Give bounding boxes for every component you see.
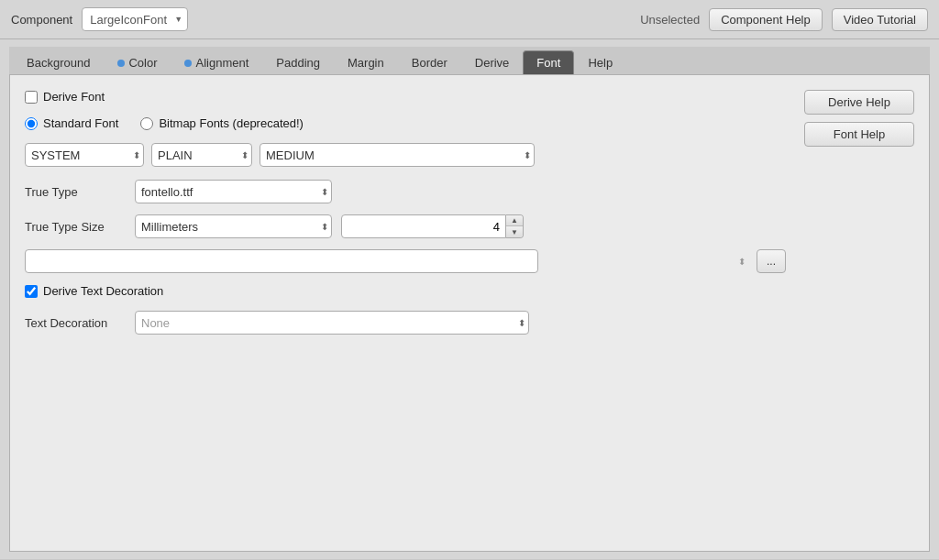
extra-select-row: ... [25, 249, 786, 273]
derive-help-button[interactable]: Derive Help [804, 90, 914, 115]
component-help-button[interactable]: Component Help [709, 8, 823, 31]
text-decoration-select[interactable]: None Underline Strikethrough [135, 311, 529, 335]
right-section: Derive Help Font Help [804, 90, 914, 346]
tab-background-label: Background [27, 56, 90, 70]
tab-padding-label: Padding [276, 56, 320, 70]
tab-color[interactable]: Color [104, 50, 171, 74]
true-type-unit-select[interactable]: Millimeters Pixels Points [135, 214, 332, 238]
component-select-wrapper[interactable]: LargeIconFont [82, 7, 188, 31]
tab-help-label: Help [588, 56, 613, 70]
tab-background[interactable]: Background [13, 50, 104, 74]
unselected-label: Unselected [640, 13, 700, 27]
tab-font-label: Font [536, 56, 560, 70]
tab-help[interactable]: Help [574, 50, 626, 74]
top-bar: Component LargeIconFont Unselected Compo… [0, 0, 939, 39]
true-type-size-row: True Type Size Millimeters Pixels Points… [25, 214, 786, 238]
empty-select-wrapper [25, 249, 749, 273]
tab-alignment-label: Alignment [195, 56, 249, 70]
tab-margin[interactable]: Margin [334, 50, 398, 74]
text-decoration-row: Text Decoration None Underline Strikethr… [25, 311, 786, 335]
derive-text-decoration-checkbox[interactable] [25, 285, 38, 298]
font-style-wrapper: PLAIN BOLD ITALIC [151, 143, 252, 167]
spin-down-button[interactable]: ▼ [506, 226, 523, 237]
spin-buttons: ▲ ▼ [506, 214, 524, 238]
dots-button[interactable]: ... [757, 249, 786, 273]
tab-derive[interactable]: Derive [461, 50, 524, 74]
tab-padding[interactable]: Padding [262, 50, 334, 74]
tab-derive-label: Derive [475, 56, 510, 70]
tab-alignment[interactable]: Alignment [171, 50, 262, 74]
font-family-wrapper: SYSTEM Arial Helvetica [25, 143, 144, 167]
true-type-size-label: True Type Size [25, 220, 126, 234]
derive-font-label: Derive Font [43, 90, 105, 104]
extra-select[interactable] [25, 249, 538, 273]
main-area: Background Color Alignment Padding Margi… [0, 39, 939, 559]
true-type-size-input[interactable] [341, 214, 506, 238]
font-size-wrapper: MEDIUM SMALL LARGE [260, 143, 535, 167]
true-type-select-wrapper: fontello.ttf Arial.ttf [135, 180, 332, 203]
tabs-bar: Background Color Alignment Padding Margi… [9, 47, 930, 75]
standard-font-label: Standard Font [43, 116, 118, 130]
font-style-select[interactable]: PLAIN BOLD ITALIC [151, 143, 252, 167]
font-family-select[interactable]: SYSTEM Arial Helvetica [25, 143, 144, 167]
alignment-dot [184, 60, 192, 67]
text-decoration-label: Text Decoration [25, 316, 126, 330]
tab-font[interactable]: Font [523, 50, 574, 74]
content-panel: Derive Font Standard Font Bitmap Fonts (… [9, 75, 930, 552]
component-select[interactable]: LargeIconFont [82, 7, 188, 31]
true-type-label: True Type [25, 185, 126, 199]
content-inner: Derive Font Standard Font Bitmap Fonts (… [25, 90, 914, 346]
font-type-row: Standard Font Bitmap Fonts (deprecated!) [25, 116, 786, 130]
derive-text-decoration-label: Derive Text Decoration [43, 284, 163, 298]
bitmap-fonts-radio[interactable] [140, 117, 153, 130]
standard-font-radio[interactable] [25, 117, 38, 130]
tab-color-label: Color [128, 56, 157, 70]
video-tutorial-button[interactable]: Video Tutorial [832, 8, 928, 31]
true-type-size-spinbox: ▲ ▼ [341, 214, 524, 238]
font-help-button[interactable]: Font Help [804, 122, 914, 147]
font-size-select[interactable]: MEDIUM SMALL LARGE [260, 143, 535, 167]
derive-font-checkbox[interactable] [25, 91, 38, 104]
true-type-unit-wrapper: Millimeters Pixels Points [135, 214, 332, 238]
spin-up-button[interactable]: ▲ [506, 215, 523, 226]
tab-border-label: Border [412, 56, 447, 70]
color-dot [117, 60, 125, 67]
true-type-select[interactable]: fontello.ttf Arial.ttf [135, 180, 332, 203]
derive-text-decoration-row: Derive Text Decoration [25, 284, 786, 298]
font-selects-row: SYSTEM Arial Helvetica PLAIN BOLD ITALIC [25, 143, 786, 167]
left-section: Derive Font Standard Font Bitmap Fonts (… [25, 90, 786, 346]
component-label: Component [11, 13, 72, 27]
derive-font-row: Derive Font [25, 90, 786, 104]
standard-font-option: Standard Font [25, 116, 118, 130]
tab-margin-label: Margin [348, 56, 384, 70]
true-type-row: True Type fontello.ttf Arial.ttf [25, 180, 786, 203]
bitmap-fonts-label: Bitmap Fonts (deprecated!) [159, 116, 304, 130]
bitmap-fonts-option: Bitmap Fonts (deprecated!) [140, 116, 304, 130]
tab-border[interactable]: Border [398, 50, 461, 74]
text-decoration-wrapper: None Underline Strikethrough [135, 311, 529, 335]
